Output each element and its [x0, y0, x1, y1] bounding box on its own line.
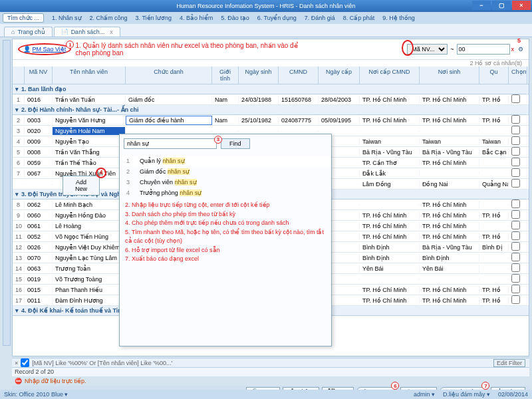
- tab-employees[interactable]: 📄Danh sách...x: [54, 27, 120, 37]
- col-orig[interactable]: Qu: [479, 66, 509, 84]
- clear-search-icon[interactable]: x: [511, 46, 515, 53]
- annotation-badge-3: 3: [214, 136, 222, 144]
- tab-close-icon[interactable]: x: [110, 29, 113, 35]
- menu-item[interactable]: 3. Tiền lương: [136, 15, 172, 21]
- menu-item[interactable]: 6. Tuyển dụng: [257, 15, 297, 21]
- menu-item[interactable]: 4. Bảo hiểm: [180, 15, 213, 21]
- filter-close-icon[interactable]: ×: [15, 360, 18, 366]
- row-checkbox[interactable]: [511, 147, 520, 156]
- row-checkbox[interactable]: [511, 94, 520, 103]
- tab-bar: ⌂Trang chủ 📄Danh sách...x: [0, 24, 532, 37]
- lookup-search-input[interactable]: [124, 138, 217, 149]
- quick-search: 5 Mã NV... ~ x ⚙: [407, 44, 523, 55]
- col-sex[interactable]: Giới tính: [212, 66, 239, 84]
- close-button[interactable]: ×: [512, 1, 531, 10]
- status-user[interactable]: admin ▾: [414, 391, 435, 398]
- row-checkbox[interactable]: [511, 200, 520, 208]
- skin-selector[interactable]: Skin: Office 2010 Blue ▾: [4, 391, 68, 398]
- group-row[interactable]: ▾ 1. Ban lãnh đạo: [13, 84, 529, 94]
- row-checkbox[interactable]: [511, 210, 520, 219]
- main-panel: 👤 PM Sao Việt 1 1. Quản lý danh sách nhâ…: [12, 39, 529, 356]
- record-position: Record 2 of 20: [15, 368, 54, 375]
- department-picker-wrap: 👤 PM Sao Việt 1: [18, 43, 71, 55]
- lookup-item[interactable]: 2Giám đốc nhân sự: [120, 166, 331, 177]
- table-row[interactable]: 10016Trần văn TuấnGiám đốcNam24/03/19881…: [13, 94, 529, 105]
- menu-item[interactable]: 2. Chấm công: [90, 15, 128, 21]
- col-birth[interactable]: Nơi sinh: [420, 66, 479, 84]
- row-checkbox[interactable]: [511, 126, 520, 134]
- group-row[interactable]: ▾ 2. Đội Hành chính- Nhân sự- Tài...- Ấn…: [13, 105, 529, 115]
- row-checkbox[interactable]: [511, 295, 520, 304]
- lookup-item[interactable]: 4Trưởng phòng nhân sự: [120, 188, 331, 198]
- collapsed-nav[interactable]: [3, 40, 11, 346]
- row-checkbox[interactable]: [511, 285, 520, 293]
- row-checkbox[interactable]: [511, 115, 520, 124]
- lookup-popup: 3 Find 1Quản lý nhân sự2Giám đốc nhân sự…: [119, 134, 332, 346]
- row-checkbox[interactable]: [511, 263, 520, 272]
- annotation-circle-1: 👤 PM Sao Việt 1: [18, 43, 71, 55]
- annotation-text-1: 1. Quản lý danh sách nhân viên như excel…: [75, 42, 301, 57]
- lookup-results: 1Quản lý nhân sự2Giám đốc nhân sự3Chuyên…: [120, 153, 331, 201]
- menu-item[interactable]: 7. Đánh giá: [305, 15, 335, 21]
- find-button[interactable]: Find: [221, 138, 250, 149]
- menu-item[interactable]: 8. Cấp phát: [343, 15, 375, 21]
- annotation-badge-4: 4: [96, 168, 106, 178]
- row-checkbox[interactable]: [511, 168, 520, 177]
- filter-checkbox[interactable]: [21, 358, 29, 367]
- annotation-badge-5: 5: [517, 37, 521, 44]
- search-value-input[interactable]: [457, 44, 510, 55]
- menu-item[interactable]: 5. Đào tạo: [221, 15, 249, 21]
- col-dob[interactable]: Ngày sinh: [239, 66, 279, 84]
- settings-icon[interactable]: ⚙: [518, 46, 523, 53]
- row-checkbox[interactable]: [511, 158, 520, 166]
- chevron-down-icon: ▾: [15, 106, 19, 113]
- annotation-badge-7: 7: [481, 382, 489, 390]
- row-checkbox[interactable]: [511, 231, 520, 240]
- menu-item[interactable]: 9. Hệ thống: [382, 15, 415, 21]
- annotation-block: 2. Nhập liệu trực tiếp từng cột, enter đ…: [125, 201, 326, 264]
- row-checkbox[interactable]: [511, 221, 520, 229]
- row-checkbox[interactable]: [511, 274, 520, 283]
- chevron-down-icon: ▾: [15, 191, 19, 198]
- col-title[interactable]: Chức danh: [126, 66, 212, 84]
- status-bar: Skin: Office 2010 Blue ▾ admin ▾ D.liệu …: [0, 390, 532, 399]
- chevron-down-icon: ▾: [15, 86, 19, 92]
- status-date: 02/08/2014: [498, 391, 528, 398]
- minimize-button[interactable]: −: [472, 1, 491, 10]
- annotation-badge: 1: [66, 41, 74, 49]
- col-select[interactable]: Chọn: [509, 66, 527, 84]
- col-id[interactable]: Mã NV: [25, 66, 53, 84]
- lookup-item[interactable]: 1Quản lý nhân sự: [120, 156, 331, 166]
- row-checkbox[interactable]: [511, 179, 520, 188]
- col-name[interactable]: Tên nhân viên: [53, 66, 126, 84]
- col-cmnd[interactable]: CMND: [279, 66, 319, 84]
- folder-icon: 👤: [23, 46, 31, 53]
- title-bar: Human Resource Infomation System - HRIS …: [0, 0, 532, 12]
- col-place[interactable]: Nơi cấp CMND: [360, 66, 420, 84]
- chevron-down-icon: ▾: [15, 307, 19, 314]
- status-db[interactable]: D.liệu đám mây ▾: [443, 391, 490, 398]
- menu-item[interactable]: 1. Nhân sự: [52, 15, 82, 21]
- profile-count: 2 Hồ sơ cá nhân(tt): [13, 60, 529, 66]
- search-command[interactable]: Tìm chức ...: [3, 13, 44, 23]
- annotation-badge-6: 6: [391, 382, 399, 390]
- main-menu: Tìm chức ... 1. Nhân sự 2. Chấm công 3. …: [0, 12, 532, 24]
- window-controls: − ▢ ×: [472, 1, 531, 10]
- hint-bar: ⛔ Nhập dữ liệu trực tiếp.: [12, 376, 529, 386]
- row-checkbox[interactable]: [511, 136, 520, 145]
- filter-bar: × [Mã NV] Like '%00%' Or [Tên nhân viên]…: [12, 358, 529, 367]
- lookup-item[interactable]: 3Chuyên viên nhân sự: [120, 177, 331, 188]
- filter-text: [Mã NV] Like '%00%' Or [Tên nhân viên] L…: [32, 360, 172, 366]
- row-checkbox[interactable]: [511, 253, 520, 261]
- edit-filter-button[interactable]: Edit Filter: [493, 359, 525, 367]
- add-new-button[interactable]: Add New: [63, 176, 100, 196]
- department-link[interactable]: PM Sao Việt: [33, 46, 66, 53]
- table-row[interactable]: 20003Nguyễn Văn HưngGiám đốc điều hànhNa…: [13, 115, 529, 126]
- grid-header: Mã NV Tên nhân viên Chức danh Giới tính …: [13, 66, 529, 84]
- stop-icon: ⛔: [15, 378, 22, 384]
- tab-home[interactable]: ⌂Trang chủ: [4, 27, 53, 37]
- home-icon: ⌂: [11, 29, 15, 35]
- row-checkbox[interactable]: [511, 242, 520, 251]
- maximize-button[interactable]: ▢: [492, 1, 511, 10]
- col-issue[interactable]: Ngày cấp: [319, 66, 360, 84]
